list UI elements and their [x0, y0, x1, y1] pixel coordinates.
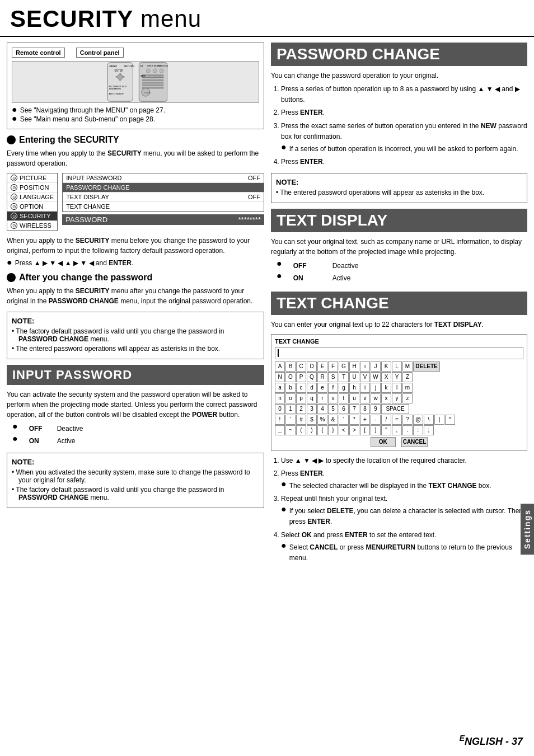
key-K[interactable]: K	[381, 361, 391, 372]
key-i[interactable]: i	[360, 361, 370, 372]
key-dollar[interactable]: $	[307, 415, 317, 425]
key-rbrace[interactable]: }	[328, 425, 338, 435]
key-H[interactable]: H	[349, 361, 359, 372]
key-0[interactable]: 0	[275, 404, 285, 414]
key-Q[interactable]: Q	[307, 372, 317, 382]
key-O[interactable]: O	[285, 372, 296, 382]
key-lbracket[interactable]: [	[360, 425, 370, 435]
key-lparen[interactable]: (	[296, 425, 306, 435]
key-r[interactable]: r	[317, 393, 327, 403]
key-V[interactable]: V	[360, 372, 370, 382]
key-minus[interactable]: -	[371, 415, 381, 425]
key-Y[interactable]: Y	[392, 372, 402, 382]
key-p[interactable]: p	[296, 393, 306, 403]
key-n[interactable]: n	[275, 393, 285, 403]
key-Z[interactable]: Z	[402, 372, 413, 382]
key-backslash[interactable]: \	[424, 415, 434, 425]
key-k[interactable]: k	[381, 383, 391, 393]
key-q[interactable]: q	[307, 393, 317, 403]
key-A[interactable]: A	[275, 361, 285, 372]
key-percent[interactable]: %	[317, 415, 327, 425]
cancel-button[interactable]: CANCEL	[401, 437, 428, 447]
key-h[interactable]: h	[349, 383, 359, 393]
key-T[interactable]: T	[339, 372, 349, 382]
key-equals[interactable]: =	[392, 415, 402, 425]
key-l[interactable]: l	[392, 383, 402, 393]
key-rbracket[interactable]: ]	[371, 425, 381, 435]
key-o[interactable]: o	[285, 393, 296, 403]
key-L[interactable]: L	[392, 361, 402, 372]
key-underscore[interactable]: _	[275, 425, 285, 435]
key-1[interactable]: 1	[285, 404, 296, 414]
key-y[interactable]: y	[392, 393, 402, 403]
key-3[interactable]: 3	[307, 404, 317, 414]
key-tilde[interactable]: ~	[285, 425, 296, 435]
key-j[interactable]: j	[371, 383, 381, 393]
key-9[interactable]: 9	[371, 404, 381, 414]
key-slash[interactable]: /	[381, 415, 391, 425]
key-F[interactable]: F	[328, 361, 338, 372]
ok-button[interactable]: OK	[371, 437, 396, 447]
key-5[interactable]: 5	[328, 404, 338, 414]
key-X[interactable]: X	[381, 372, 391, 382]
key-g[interactable]: g	[339, 383, 349, 393]
key-v[interactable]: v	[360, 393, 370, 403]
key-W[interactable]: W	[371, 372, 381, 382]
key-excl[interactable]: !	[275, 415, 285, 425]
key-M[interactable]: M	[402, 361, 413, 372]
key-m-lower[interactable]: m	[402, 383, 413, 393]
key-semicolon[interactable]: ;	[424, 425, 434, 435]
key-7[interactable]: 7	[349, 404, 359, 414]
key-at[interactable]: @	[413, 415, 423, 425]
key-lt[interactable]: <	[339, 425, 349, 435]
key-colon[interactable]: :	[413, 425, 423, 435]
key-amp[interactable]: &	[328, 415, 338, 425]
key-z[interactable]: z	[402, 393, 413, 403]
key-f[interactable]: f	[328, 383, 338, 393]
note-item-1-2: The entered password operations will app…	[12, 345, 259, 353]
key-comma[interactable]: ,	[392, 425, 402, 435]
key-d[interactable]: d	[307, 383, 317, 393]
key-R[interactable]: R	[317, 372, 327, 382]
key-e[interactable]: e	[317, 383, 327, 393]
key-rparen[interactable]: )	[307, 425, 317, 435]
key-E[interactable]: E	[317, 361, 327, 372]
key-G[interactable]: G	[339, 361, 349, 372]
key-dquote[interactable]: "	[381, 425, 391, 435]
key-N[interactable]: N	[275, 372, 285, 382]
key-star[interactable]: *	[349, 415, 359, 425]
key-period[interactable]: .	[402, 425, 413, 435]
key-S[interactable]: S	[328, 372, 338, 382]
key-2[interactable]: 2	[296, 404, 306, 414]
key-J[interactable]: J	[371, 361, 381, 372]
text-display-body: You can set your original text, such as …	[271, 237, 527, 257]
key-plus[interactable]: +	[360, 415, 370, 425]
key-question[interactable]: ?	[402, 415, 413, 425]
key-a[interactable]: a	[275, 383, 285, 393]
key-D[interactable]: D	[307, 361, 317, 372]
key-i-lower[interactable]: i	[360, 383, 370, 393]
key-gt[interactable]: >	[349, 425, 359, 435]
key-u[interactable]: u	[349, 393, 359, 403]
key-w[interactable]: w	[371, 393, 381, 403]
key-4[interactable]: 4	[317, 404, 327, 414]
key-t[interactable]: t	[339, 393, 349, 403]
key-B[interactable]: B	[285, 361, 296, 372]
key-U[interactable]: U	[349, 372, 359, 382]
key-lbrace[interactable]: {	[317, 425, 327, 435]
key-c[interactable]: c	[296, 383, 306, 393]
key-C[interactable]: C	[296, 361, 306, 372]
key-caret[interactable]: ^	[445, 415, 455, 425]
key-pipe[interactable]: |	[434, 415, 444, 425]
key-apos[interactable]: '	[285, 415, 296, 425]
key-quote[interactable]: '	[339, 415, 349, 425]
delete-button[interactable]: DELETE	[413, 361, 440, 372]
key-b[interactable]: b	[285, 383, 296, 393]
key-8[interactable]: 8	[360, 404, 370, 414]
key-P[interactable]: P	[296, 372, 306, 382]
space-button[interactable]: SPACE	[381, 404, 409, 414]
key-s[interactable]: s	[328, 393, 338, 403]
key-x[interactable]: x	[381, 393, 391, 403]
key-hash[interactable]: #	[296, 415, 306, 425]
key-6[interactable]: 6	[339, 404, 349, 414]
